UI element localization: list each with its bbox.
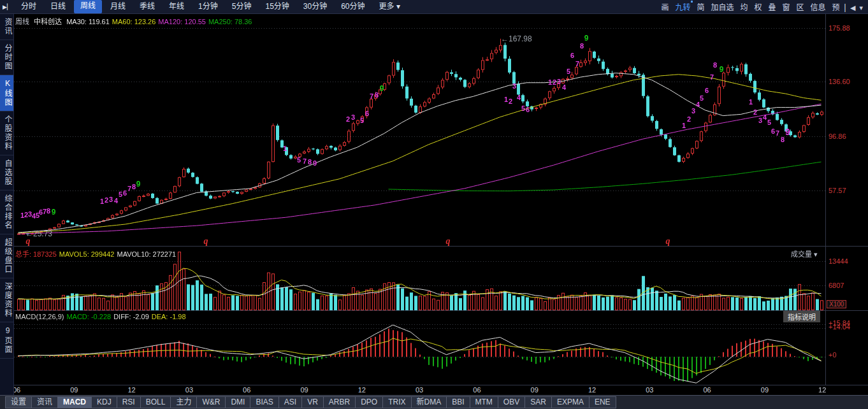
restore-window-icon[interactable]: ▏◀ [845,4,856,11]
top-tab-3[interactable]: 月线 [103,0,133,13]
pane-divider-macd [14,310,868,311]
top-tab-7[interactable]: 5分钟 [225,0,259,13]
top-tab-10[interactable]: 60分钟 [334,0,372,13]
dividend-q-marker-1: q [204,236,208,247]
indicator-tab-VR[interactable]: VR [301,396,324,408]
collapse-sidebar-icon[interactable]: ▶▏ [0,4,14,10]
header-field-3: DEA: -1.98 [152,313,186,320]
indicator-tab-TRIX[interactable]: TRIX [382,396,411,408]
indicator-tab-EXPMA[interactable]: EXPMA [551,396,590,408]
indicator-tab-[interactable]: 资讯 [31,396,58,408]
tool-7[interactable]: 窗 [782,1,790,12]
indicator-tab-ENE[interactable]: ENE [589,396,616,408]
volume-unit-label: X100 [827,300,846,308]
tool-10[interactable]: 预 [832,1,840,12]
td-sequence-digit-58: 5 [767,118,771,126]
sidebar-item-2[interactable]: K线图 [0,75,13,111]
x-axis-label-6: 12 [358,386,366,394]
dividend-q-marker-3: q [666,236,670,247]
x-axis-label-10: 12 [588,386,596,394]
indicator-tab-ASI[interactable]: ASI [278,396,302,408]
tool-1[interactable]: 九转 [675,1,690,12]
volume-axis-label-0: 13444 [828,257,848,265]
indicator-tab-RSI[interactable]: RSI [117,396,141,408]
indicator-tab-DMI[interactable]: DMI [225,396,250,408]
top-tab-0[interactable]: 分时 [14,0,43,13]
tool-3[interactable]: 加自选 [711,1,734,12]
td-sequence-digit-34: 5 [521,104,525,112]
top-tab-4[interactable]: 季线 [133,0,162,13]
td-sequence-digit-22: 9 [313,159,317,167]
top-tab-8[interactable]: 15分钟 [258,0,296,13]
high-annotation: ←167.98 [501,34,532,43]
x-axis-label-14: 12 [818,386,826,394]
indicator-help-button[interactable]: 指标说明 [783,311,820,322]
macd-axis-label-1: +14.04 [828,323,850,331]
indicator-tab-bar: 设置资讯MACDKDJRSIBOLL主力W&RDMIBIASASIVRARBRD… [0,395,868,409]
td-sequence-digit-11: 3 [109,196,113,203]
volume-indicator-dropdown[interactable]: 成交量 ▾ [791,248,818,259]
td-sequence-digit-10: 2 [105,196,108,204]
td-sequence-digit-7: 8 [47,207,50,215]
tool-badge [691,1,693,3]
indicator-tab-BOLL[interactable]: BOLL [140,396,171,408]
top-tab-9[interactable]: 30分钟 [296,0,334,13]
sidebar-item-4[interactable]: 自选股 [0,155,13,190]
top-tab-1[interactable]: 日线 [43,0,73,13]
sidebar-item-3[interactable]: 个股资料 [0,111,13,155]
tool-8[interactable]: 区 [797,1,804,12]
td-sequence-digit-42: 7 [575,60,579,68]
td-sequence-digit-15: 7 [127,185,131,192]
price-axis-divider [825,14,826,385]
tool-2[interactable]: 简 [697,1,704,12]
top-tab-11[interactable]: 更多 ▾ [372,0,407,13]
top-tab-2[interactable]: 周线 [74,0,102,13]
td-sequence-digit-31: 2 [509,97,512,105]
indicator-tab-[interactable]: 设置 [5,396,32,408]
indicator-tab-KDJ[interactable]: KDJ [91,396,117,408]
indicator-tab-DPO[interactable]: DPO [355,396,383,408]
sidebar-item-0[interactable]: 资讯 [0,14,13,40]
indicator-tab-OBV[interactable]: OBV [498,396,525,408]
price-axis-label-1: 136.60 [828,78,850,85]
indicator-tab-MACD[interactable]: MACD [57,396,92,408]
td-sequence-digit-46: 2 [687,115,691,123]
sidebar-item-8[interactable]: 9页面 [0,322,13,359]
header-field-1: MA60: 123.26 [112,18,156,25]
x-axis-label-4: 06 [243,386,250,394]
td-sequence-digit-51: 7 [710,73,714,81]
td-sequence-digit-38: 3 [557,78,561,85]
top-tab-6[interactable]: 1分钟 [191,0,225,13]
indicator-tab-SAR[interactable]: SAR [524,396,552,408]
toolbar-end-icons: ▏◀▾ [843,1,868,13]
sidebar-filler [0,359,13,395]
indicator-tab-WR[interactable]: W&R [196,396,226,408]
indicator-tab-BBI[interactable]: BBI [446,396,470,408]
header-field-2: DIFF: -2.09 [113,313,149,320]
td-sequence-digit-23: 2 [346,115,350,123]
tool-6[interactable]: 叠 [768,1,776,12]
volume-axis-label-1: 6807 [828,282,844,289]
dividend-q-marker-0: q [26,236,31,247]
td-sequence-digit-9: 1 [100,197,104,205]
indicator-tab-MTM[interactable]: MTM [470,396,498,408]
kline-chart-canvas[interactable] [14,14,825,385]
sidebar-item-5[interactable]: 综合排名 [0,190,13,234]
td-sequence-digit-49: 5 [700,94,704,102]
tool-0[interactable]: 画 [661,1,669,12]
indicator-tab-BIAS[interactable]: BIAS [250,396,278,408]
indicator-tab-[interactable]: 主力 [170,396,197,408]
sidebar-item-7[interactable]: 深度资料 [0,278,13,322]
indicator-tab-DMA[interactable]: 新DMA [411,396,447,408]
sidebar-item-6[interactable]: 超级盘口 [0,234,13,278]
tool-5[interactable]: 权 [754,1,762,12]
x-axis-label-12: 06 [703,386,711,394]
td-sequence-digit-37: 2 [553,78,556,86]
tool-9[interactable]: 信息 [811,1,826,12]
dropdown-arrow-icon[interactable]: ▾ [859,4,863,11]
td-sequence-digit-41: 6 [570,52,574,59]
indicator-tab-ARBR[interactable]: ARBR [323,396,356,408]
top-tab-5[interactable]: 年线 [162,0,191,13]
tool-4[interactable]: 均 [740,1,748,12]
sidebar-item-1[interactable]: 分时图 [0,40,13,75]
